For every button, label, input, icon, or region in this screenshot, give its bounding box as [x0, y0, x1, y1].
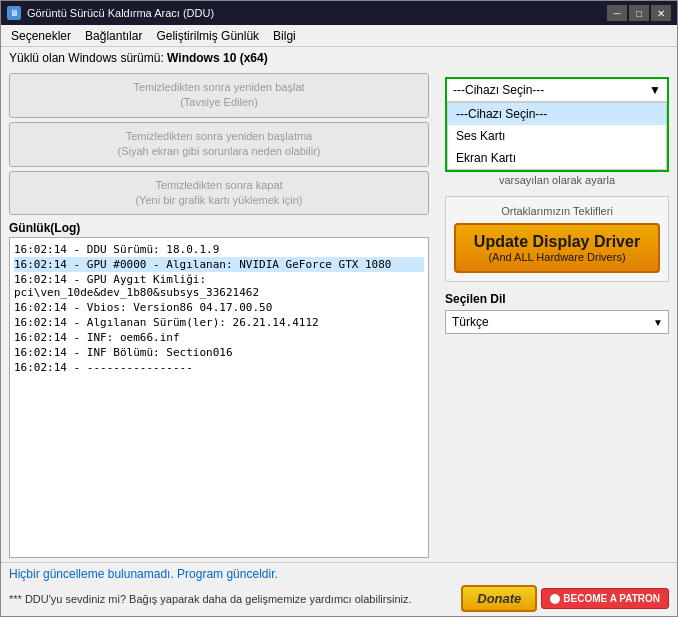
left-panel: Temizledikten sonra yeniden başlat (Tavs…	[1, 69, 437, 562]
donate-bar: *** DDU'yu sevdiniz mi? Bağış yaparak da…	[9, 585, 669, 612]
dropdown-header[interactable]: ---Cihazı Seçin--- ▼	[447, 79, 667, 102]
main-window: 🖥 Görüntü Sürücü Kaldırma Aracı (DDU) ─ …	[0, 0, 678, 617]
maximize-button[interactable]: □	[629, 5, 649, 21]
log-entry: 16:02:14 - INF Bölümü: Section016	[14, 345, 424, 360]
restart-clean-line2: (Tavsiye Edilen)	[180, 96, 258, 108]
log-entry: 16:02:14 - DDU Sürümü: 18.0.1.9	[14, 242, 424, 257]
log-entry: 16:02:14 - INF: oem66.inf	[14, 330, 424, 345]
language-select-wrapper: Türkçe English Deutsch Français ▼	[445, 310, 669, 334]
dropdown-option-cihaz-secin[interactable]: ---Cihazı Seçin---	[448, 103, 666, 125]
language-select[interactable]: Türkçe English Deutsch Français	[445, 310, 669, 334]
device-dropdown-container: ---Cihazı Seçin--- ▼ ---Cihazı Seçin--- …	[445, 77, 669, 186]
chevron-down-icon: ▼	[649, 83, 661, 97]
log-area[interactable]: 16:02:14 - DDU Sürümü: 18.0.1.9 16:02:14…	[9, 237, 429, 558]
donate-buttons: Donate BECOME A PATRON	[461, 585, 669, 612]
patron-button-label: BECOME A PATRON	[563, 593, 660, 604]
windows-version-value: Windows 10 (x64)	[167, 51, 268, 65]
shutdown-clean-button[interactable]: Temizledikten sonra kapat (Yeni bir graf…	[9, 171, 429, 216]
dropdown-selected-value: ---Cihazı Seçin---	[453, 83, 544, 97]
log-entry: 16:02:14 - GPU Aygıt Kimliği: pci\ven_10…	[14, 272, 424, 300]
menu-seçenekler[interactable]: Seçenekler	[5, 27, 77, 45]
log-entry: 16:02:14 - ----------------	[14, 360, 424, 375]
device-dropdown[interactable]: ---Cihazı Seçin--- ▼ ---Cihazı Seçin--- …	[445, 77, 669, 172]
log-entry: 16:02:14 - GPU #0000 - Algılanan: NVIDIA…	[14, 257, 424, 272]
dropdown-options-list: ---Cihazı Seçin--- Ses Kartı Ekran Kartı	[447, 102, 667, 170]
patron-icon	[550, 594, 560, 604]
restart-norestart-button[interactable]: Temizledikten sonra yeniden başlatma (Si…	[9, 122, 429, 167]
update-driver-button[interactable]: Update Display Driver (And ALL Hardware …	[454, 223, 660, 273]
menu-bilgi[interactable]: Bilgi	[267, 27, 302, 45]
content-area: Temizledikten sonra yeniden başlat (Tavs…	[1, 69, 677, 562]
log-entry: 16:02:14 - Vbios: Version86 04.17.00.50	[14, 300, 424, 315]
language-label: Seçilen Dil	[445, 292, 669, 306]
language-section: Seçilen Dil Türkçe English Deutsch Franç…	[445, 292, 669, 334]
windows-version-label: Yüklü olan Windows sürümü:	[9, 51, 164, 65]
partner-section: Ortaklarımızın Teklifleri Update Display…	[445, 196, 669, 282]
menu-bağlantılar[interactable]: Bağlantılar	[79, 27, 148, 45]
dropdown-option-ekran-karti[interactable]: Ekran Kartı	[448, 147, 666, 169]
minimize-button[interactable]: ─	[607, 5, 627, 21]
donate-text: *** DDU'yu sevdiniz mi? Bağış yaparak da…	[9, 593, 461, 605]
shutdown-clean-line2: (Yeni bir grafik kartı yüklemek için)	[135, 194, 302, 206]
device-default-text: varsayılan olarak ayarla	[445, 174, 669, 186]
update-driver-sub-text: (And ALL Hardware Drivers)	[468, 251, 646, 263]
title-bar-left: 🖥 Görüntü Sürücü Kaldırma Aracı (DDU)	[7, 6, 214, 20]
update-driver-main-text: Update Display Driver	[468, 233, 646, 251]
restart-clean-button[interactable]: Temizledikten sonra yeniden başlat (Tavs…	[9, 73, 429, 118]
log-label: Günlük(Log)	[9, 221, 429, 235]
restart-norestart-line2: (Siyah ekran gibi sorunlara neden olabil…	[117, 145, 320, 157]
title-bar-controls: ─ □ ✕	[607, 5, 671, 21]
dropdown-option-ses-karti[interactable]: Ses Kartı	[448, 125, 666, 147]
partner-title: Ortaklarımızın Teklifleri	[454, 205, 660, 217]
title-bar: 🖥 Görüntü Sürücü Kaldırma Aracı (DDU) ─ …	[1, 1, 677, 25]
shutdown-clean-line1: Temizledikten sonra kapat	[155, 179, 282, 191]
right-panel: ---Cihazı Seçin--- ▼ ---Cihazı Seçin--- …	[437, 69, 677, 562]
log-entry: 16:02:14 - Algılanan Sürüm(ler): 26.21.1…	[14, 315, 424, 330]
window-title: Görüntü Sürücü Kaldırma Aracı (DDU)	[27, 7, 214, 19]
menu-bar: Seçenekler Bağlantılar Geliştirilmiş Gün…	[1, 25, 677, 47]
patron-button[interactable]: BECOME A PATRON	[541, 588, 669, 609]
donate-button[interactable]: Donate	[461, 585, 537, 612]
restart-norestart-line1: Temizledikten sonra yeniden başlatma	[126, 130, 313, 142]
bottom-bar: Hiçbir güncelleme bulunamadı. Program gü…	[1, 562, 677, 616]
no-update-text: Hiçbir güncelleme bulunamadı. Program gü…	[9, 567, 669, 581]
restart-clean-line1: Temizledikten sonra yeniden başlat	[133, 81, 304, 93]
menu-geliştirilmiş-günlük[interactable]: Geliştirilmiş Günlük	[150, 27, 265, 45]
windows-version-bar: Yüklü olan Windows sürümü: Windows 10 (x…	[1, 47, 677, 69]
app-icon: 🖥	[7, 6, 21, 20]
close-button[interactable]: ✕	[651, 5, 671, 21]
